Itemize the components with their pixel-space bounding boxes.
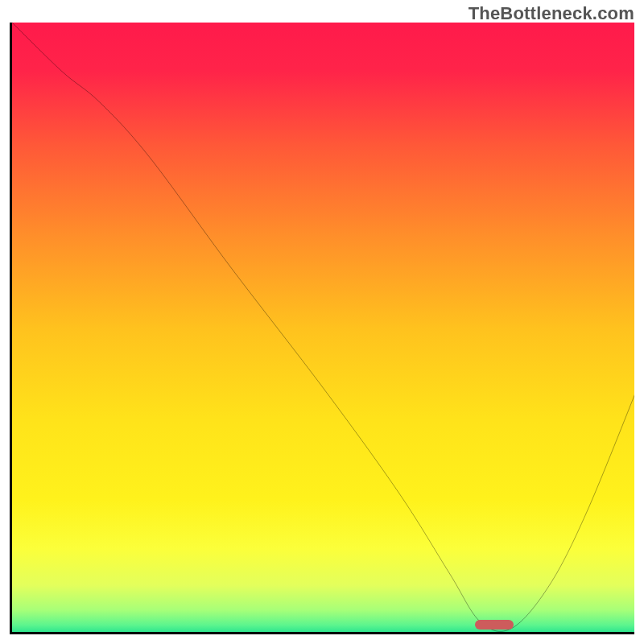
- watermark-text: TheBottleneck.com: [469, 3, 634, 24]
- plot-area: [10, 23, 634, 634]
- bottleneck-curve: [12, 23, 634, 634]
- optimal-marker: [475, 620, 514, 630]
